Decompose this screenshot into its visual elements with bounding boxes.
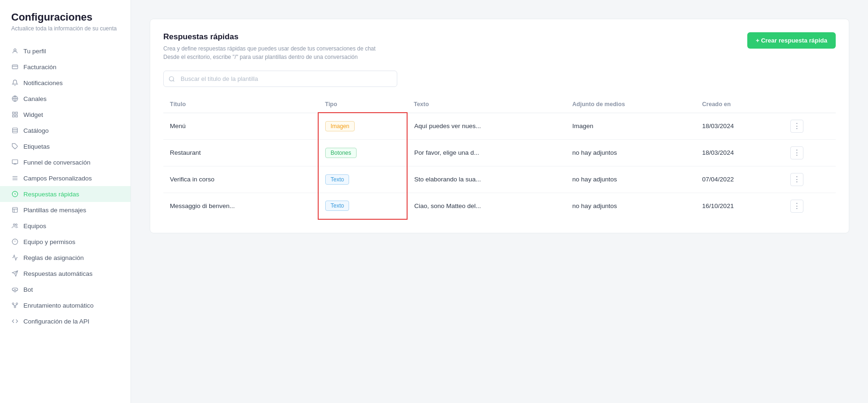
sidebar-link-bot[interactable]: Bot xyxy=(0,281,131,297)
row-3-title: Messaggio di benven... xyxy=(163,193,318,219)
badge-botones: Botones xyxy=(325,148,356,158)
svg-point-33 xyxy=(14,306,16,308)
svg-rect-8 xyxy=(13,115,15,117)
svg-rect-6 xyxy=(15,112,17,114)
svg-line-34 xyxy=(13,304,15,306)
sidebar-label-asignacion: Reglas de asignación xyxy=(23,254,84,261)
sidebar-item-plantillas: Plantillas de mensajes xyxy=(0,202,131,218)
sidebar-label-notificaciones: Notificaciones xyxy=(23,79,63,86)
sidebar-item-equipos: Equipos xyxy=(0,218,131,234)
row-0-tipo: Imagen xyxy=(318,113,407,139)
respuestas-rapidas-icon xyxy=(11,190,19,198)
row-1-title: Restaurant xyxy=(163,139,318,166)
widget-icon xyxy=(11,111,19,118)
notificaciones-icon xyxy=(11,79,19,86)
auto-icon xyxy=(11,270,19,277)
sidebar-link-asignacion[interactable]: Reglas de asignación xyxy=(0,250,131,266)
row-1-menu-button[interactable]: ⋮ xyxy=(790,146,803,159)
sidebar-item-equipo-permisos: Equipo y permisos xyxy=(0,234,131,250)
app-subtitle: Actualice toda la información de su cuen… xyxy=(11,25,119,32)
sidebar-item-routing: Enrutamiento automático xyxy=(0,297,131,313)
svg-rect-18 xyxy=(13,208,18,213)
sidebar-link-funnel[interactable]: Funnel de conversación xyxy=(0,154,131,170)
sidebar-label-routing: Enrutamiento automático xyxy=(23,302,94,309)
row-2-texto: Sto elaborando la sua... xyxy=(407,166,566,193)
row-1-tipo: Botones xyxy=(318,139,407,166)
row-0-menu-button[interactable]: ⋮ xyxy=(790,120,803,133)
sidebar-item-notificaciones: Notificaciones xyxy=(0,75,131,91)
equipos-icon xyxy=(11,222,19,230)
row-0-creado: 18/03/2024 xyxy=(696,113,784,139)
sidebar-link-routing[interactable]: Enrutamiento automático xyxy=(0,297,131,313)
svg-point-31 xyxy=(12,303,14,305)
sidebar-label-facturacion: Facturación xyxy=(23,64,57,71)
search-input[interactable] xyxy=(163,71,397,87)
svg-rect-9 xyxy=(13,128,18,133)
col-header-1: Tipo xyxy=(318,96,407,113)
sidebar-item-auto: Respuestas automáticas xyxy=(0,266,131,281)
row-1-adjunto: no hay adjuntos xyxy=(566,139,695,166)
row-3-tipo: Texto xyxy=(318,193,407,219)
row-1-actions: ⋮ xyxy=(784,139,836,166)
svg-rect-7 xyxy=(15,115,17,117)
sidebar-link-respuestas-rapidas[interactable]: Respuestas rápidas xyxy=(0,186,131,202)
row-2-menu-button[interactable]: ⋮ xyxy=(790,173,803,186)
table-row: Messaggio di benven...TextoCiao, sono Ma… xyxy=(163,193,836,219)
sidebar-label-api: Configuración de la API xyxy=(23,318,89,325)
app-title: Configuraciones xyxy=(11,11,119,23)
sidebar-link-widget[interactable]: Widget xyxy=(0,107,131,122)
create-button[interactable]: + Crear respuesta rápida xyxy=(747,32,836,49)
canales-icon xyxy=(11,95,19,102)
sidebar-link-api[interactable]: Configuración de la API xyxy=(0,313,131,329)
search-bar-container xyxy=(163,71,836,87)
catalogo-icon xyxy=(11,127,19,134)
sidebar-link-plantillas[interactable]: Plantillas de mensajes xyxy=(0,202,131,218)
svg-rect-1 xyxy=(12,65,18,69)
sidebar-header: Configuraciones Actualice toda la inform… xyxy=(0,11,131,43)
sidebar-label-equipo-permisos: Equipo y permisos xyxy=(23,238,75,245)
asignacion-icon xyxy=(11,254,19,261)
sidebar-item-facturacion: Facturación xyxy=(0,59,131,75)
col-header-5 xyxy=(784,96,836,113)
row-3-menu-button[interactable]: ⋮ xyxy=(790,200,803,213)
sidebar-link-equipos[interactable]: Equipos xyxy=(0,218,131,234)
sidebar-link-equipo-permisos[interactable]: Equipo y permisos xyxy=(0,234,131,250)
row-0-title: Menú xyxy=(163,113,318,139)
sidebar-item-catalogo: Catálogo xyxy=(0,122,131,138)
sidebar-link-campos[interactable]: Campos Personalizados xyxy=(0,170,131,186)
badge-imagen: Imagen xyxy=(325,121,354,131)
svg-rect-28 xyxy=(14,290,16,292)
api-icon xyxy=(11,317,19,325)
funnel-icon xyxy=(11,158,19,166)
card-title-block: Respuestas rápidas Crea y define respues… xyxy=(163,32,376,61)
sidebar-label-respuestas-rapidas: Respuestas rápidas xyxy=(23,191,79,198)
sidebar-label-widget: Widget xyxy=(23,111,43,118)
sidebar-link-notificaciones[interactable]: Notificaciones xyxy=(0,75,131,91)
row-3-texto: Ciao, sono Matteo del... xyxy=(407,193,566,219)
sidebar-link-canales[interactable]: Canales xyxy=(0,91,131,107)
svg-point-0 xyxy=(14,49,16,51)
campos-icon xyxy=(11,174,19,182)
row-3-creado: 16/10/2021 xyxy=(696,193,784,219)
sidebar-link-catalogo[interactable]: Catálogo xyxy=(0,122,131,138)
badge-texto: Texto xyxy=(325,174,349,185)
row-3-adjunto: no hay adjuntos xyxy=(566,193,695,219)
svg-point-36 xyxy=(169,76,174,80)
svg-point-22 xyxy=(15,224,17,226)
sidebar-link-perfil[interactable]: Tu perfil xyxy=(0,43,131,59)
row-2-title: Verifica in corso xyxy=(163,166,318,193)
sidebar-link-facturacion[interactable]: Facturación xyxy=(0,59,131,75)
card-subtitle: Crea y define respuestas rápidas que pue… xyxy=(163,44,376,61)
sidebar-nav: Tu perfilFacturaciónNotificacionesCanale… xyxy=(0,43,131,329)
sidebar-label-auto: Respuestas automáticas xyxy=(23,270,93,277)
svg-line-37 xyxy=(173,80,175,81)
svg-line-35 xyxy=(15,304,17,306)
sidebar-label-catalogo: Catálogo xyxy=(23,127,49,134)
sidebar-link-auto[interactable]: Respuestas automáticas xyxy=(0,266,131,281)
sidebar-link-etiquetas[interactable]: Etiquetas xyxy=(0,138,131,154)
search-icon xyxy=(168,76,175,82)
data-table: TítuloTipoTextoAdjunto de mediosCreado e… xyxy=(163,96,836,220)
sidebar-label-funnel: Funnel de conversación xyxy=(23,159,90,166)
bot-icon xyxy=(11,286,19,293)
sidebar-label-plantillas: Plantillas de mensajes xyxy=(23,207,86,214)
